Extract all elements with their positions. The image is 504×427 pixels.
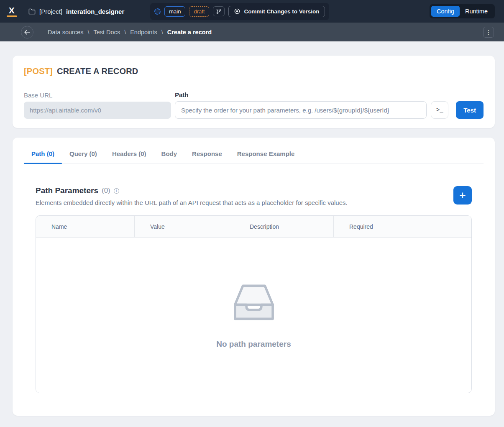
http-method-badge: [POST]: [24, 66, 53, 76]
path-label: Path: [175, 91, 484, 98]
branch-pill-draft[interactable]: draft: [189, 6, 209, 17]
runtime-tab[interactable]: Runtime: [460, 6, 493, 17]
section-title: Path Parameters: [36, 186, 98, 195]
column-header-required: Required: [334, 216, 413, 237]
base-url-input[interactable]: [24, 102, 171, 119]
empty-state: No path parameters: [36, 238, 471, 393]
parameter-count: (0): [102, 187, 110, 195]
breadcrumb-separator: \: [87, 29, 89, 36]
git-branch-icon: [216, 8, 222, 14]
logo-x-glyph: X: [9, 6, 15, 15]
column-header-actions: [413, 216, 471, 237]
breadcrumb-separator: \: [124, 29, 126, 36]
branch-pill-main[interactable]: main: [164, 6, 185, 17]
tab-path[interactable]: Path (0): [24, 148, 62, 164]
breadcrumb-item-endpoints[interactable]: Endpoints: [130, 29, 157, 36]
git-branch-button[interactable]: [213, 6, 225, 16]
path-input[interactable]: [175, 101, 427, 119]
endpoint-url-form: Base URL Path >_ Test: [24, 91, 484, 119]
tab-response-example[interactable]: Response Example: [230, 148, 302, 164]
commit-target-icon: [234, 8, 240, 14]
tab-query[interactable]: Query (0): [62, 148, 105, 164]
path-input-row: >_ Test: [175, 101, 484, 119]
project-title: [Project] interation_designer: [28, 8, 124, 15]
main-content: [POST]CREATE A RECORD Base URL Path >_ T…: [0, 41, 504, 424]
page-title: [POST]CREATE A RECORD: [24, 66, 484, 76]
breadcrumb-item-data-sources[interactable]: Data sources: [48, 29, 83, 36]
base-url-label: Base URL: [24, 92, 171, 99]
column-header-description: Description: [234, 216, 334, 237]
section-title-row: Path Parameters (0) i: [36, 186, 348, 195]
tab-response[interactable]: Response: [184, 148, 230, 164]
project-name: interation_designer: [66, 8, 124, 15]
parameters-card: Path (0) Query (0) Headers (0) Body Resp…: [13, 138, 495, 416]
more-options-button[interactable]: ⋮: [483, 27, 494, 38]
base-url-field-group: Base URL: [24, 92, 171, 119]
tab-body[interactable]: Body: [154, 148, 185, 164]
breadcrumb-item-test-docs[interactable]: Test Docs: [93, 29, 120, 36]
column-header-name: Name: [36, 216, 135, 237]
commit-button-label: Commit Changes to Version: [244, 8, 319, 15]
back-button[interactable]: [21, 26, 33, 38]
commit-button[interactable]: Commit Changes to Version: [228, 6, 325, 17]
project-prefix: [Project]: [39, 8, 62, 15]
folder-icon: [28, 8, 36, 15]
column-header-value: Value: [135, 216, 234, 237]
path-field-group: Path >_ Test: [175, 91, 484, 119]
tab-headers[interactable]: Headers (0): [105, 148, 154, 164]
empty-state-text: No path parameters: [216, 340, 291, 349]
mode-toggle: Config Runtime: [430, 4, 495, 18]
add-parameter-button[interactable]: +: [453, 186, 472, 205]
test-button[interactable]: Test: [456, 101, 484, 119]
info-icon[interactable]: i: [114, 188, 119, 194]
logo-underline: [7, 15, 17, 17]
endpoint-card: [POST]CREATE A RECORD Base URL Path >_ T…: [13, 56, 495, 128]
xano-logo[interactable]: X: [7, 6, 17, 17]
breadcrumb-bar: Data sources \ Test Docs \ Endpoints \ C…: [0, 23, 504, 41]
tab-bar: Path (0) Query (0) Headers (0) Body Resp…: [24, 138, 484, 164]
empty-inbox-icon: [228, 282, 280, 321]
config-tab[interactable]: Config: [431, 6, 460, 17]
section-description: Elements embedded directly within the UR…: [36, 199, 348, 206]
sync-status-icon: [154, 8, 161, 15]
breadcrumb-separator: \: [161, 29, 163, 36]
path-parameters-header: Path Parameters (0) i Elements embedded …: [36, 186, 472, 206]
parameters-table: Name Value Description Required No path …: [36, 215, 472, 393]
back-arrow-icon: [24, 29, 31, 35]
table-header-row: Name Value Description Required: [36, 216, 471, 238]
breadcrumb: Data sources \ Test Docs \ Endpoints \ C…: [48, 29, 212, 36]
branch-controls: main draft Commit Changes to Version: [150, 3, 329, 20]
breadcrumb-item-current: Create a record: [167, 29, 212, 36]
path-parameters-heading-block: Path Parameters (0) i Elements embedded …: [36, 186, 348, 206]
topbar: X [Project] interation_designer main dra…: [0, 0, 504, 23]
terminal-button[interactable]: >_: [431, 101, 448, 119]
endpoint-name: CREATE A RECORD: [57, 66, 138, 76]
